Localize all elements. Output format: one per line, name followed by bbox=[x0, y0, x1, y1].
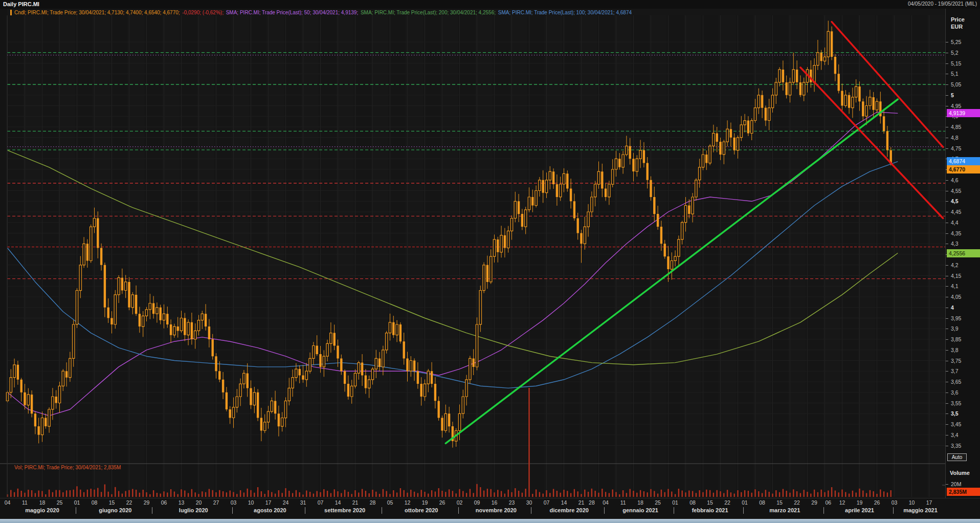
month-separator bbox=[152, 507, 152, 514]
month-separator bbox=[743, 507, 744, 514]
date-tick-01: 01 bbox=[672, 499, 678, 506]
week-band bbox=[545, 15, 562, 497]
price-label-3_75: 3,75 bbox=[951, 358, 961, 364]
price-tick bbox=[946, 53, 948, 53]
date-tick-25: 25 bbox=[57, 499, 63, 506]
price-label-3_85: 3,85 bbox=[951, 336, 961, 342]
date-tick-03: 03 bbox=[892, 499, 898, 506]
date-tick-27: 27 bbox=[213, 499, 219, 506]
price-tick bbox=[946, 361, 948, 361]
date-tick-10: 10 bbox=[909, 499, 915, 506]
month-separator bbox=[893, 507, 894, 514]
price-label-3_8: 3,8 bbox=[951, 347, 959, 353]
date-tick-22: 22 bbox=[126, 499, 132, 506]
week-band bbox=[197, 15, 214, 497]
price-tick bbox=[946, 308, 948, 308]
month-label-3: agosto 2020 bbox=[254, 507, 286, 513]
price-tick bbox=[946, 74, 948, 74]
date-tick-12: 12 bbox=[405, 499, 411, 506]
price-tick bbox=[946, 350, 948, 351]
month-separator bbox=[76, 507, 76, 514]
price-axis[interactable]: Price EUR 5,255,25,155,15,0554,954,94,85… bbox=[945, 9, 980, 500]
month-label-1: giugno 2020 bbox=[99, 507, 131, 513]
price-label-4_95: 4,95 bbox=[951, 103, 961, 109]
date-tick-24: 24 bbox=[283, 499, 289, 506]
week-band bbox=[580, 15, 597, 497]
price-tick bbox=[946, 42, 948, 42]
week-band bbox=[510, 15, 527, 497]
date-tick-28: 28 bbox=[370, 499, 376, 506]
price-tick bbox=[946, 393, 948, 393]
date-tick-18: 18 bbox=[637, 499, 643, 506]
price-tick bbox=[946, 106, 948, 106]
price-tick bbox=[946, 276, 948, 276]
month-label-5: ottobre 2020 bbox=[405, 507, 438, 513]
volume-axis-title: Volume bbox=[950, 470, 970, 476]
price-tick bbox=[946, 95, 948, 96]
date-tick-18: 18 bbox=[39, 499, 46, 506]
month-label-9: febbraio 2021 bbox=[692, 507, 728, 513]
price-label-4: 4 bbox=[951, 304, 954, 311]
price-tick bbox=[946, 329, 948, 329]
week-band bbox=[301, 15, 319, 497]
date-tick-04: 04 bbox=[603, 499, 609, 506]
price-label-4_55: 4,55 bbox=[951, 188, 961, 194]
date-tick-08: 08 bbox=[759, 499, 765, 506]
date-tick-21: 21 bbox=[352, 499, 359, 506]
price-label-3_4: 3,4 bbox=[951, 432, 959, 438]
price-label-5_1: 5,1 bbox=[951, 71, 959, 77]
date-tick-11: 11 bbox=[620, 499, 626, 506]
price-tick bbox=[946, 180, 948, 181]
month-label-0: maggio 2020 bbox=[25, 507, 59, 513]
price-tick bbox=[946, 435, 948, 435]
date-tick-14: 14 bbox=[561, 499, 567, 506]
date-tick-29: 29 bbox=[811, 499, 817, 506]
month-label-11: aprile 2021 bbox=[845, 507, 874, 513]
month-label-10: marzo 2021 bbox=[769, 507, 800, 513]
date-tick-17: 17 bbox=[926, 499, 932, 506]
price-tick bbox=[946, 148, 948, 149]
price-tick bbox=[946, 403, 948, 404]
date-tick-26: 26 bbox=[439, 499, 446, 506]
week-band bbox=[232, 15, 249, 497]
date-tick-22: 22 bbox=[794, 499, 800, 506]
price-badge-1: 4,6874 bbox=[947, 157, 980, 165]
price-tick bbox=[946, 84, 948, 85]
volume-axis-tick bbox=[946, 484, 948, 485]
price-label-4_4: 4,4 bbox=[951, 220, 959, 226]
price-tick bbox=[946, 265, 948, 266]
month-separator bbox=[531, 507, 531, 514]
volume-legend-text[interactable]: Vol; PIRC.MI; Trade Price; 30/04/2021; 2… bbox=[14, 465, 121, 470]
price-label-4_45: 4,45 bbox=[951, 209, 961, 215]
week-band bbox=[127, 15, 145, 497]
week-band bbox=[336, 15, 353, 497]
price-label-4_8: 4,8 bbox=[951, 135, 959, 141]
price-tick bbox=[946, 318, 948, 319]
date-tick-11: 11 bbox=[22, 499, 28, 506]
week-band bbox=[927, 15, 945, 497]
volume-axis-label: 20M bbox=[951, 481, 961, 487]
price-tick bbox=[946, 297, 948, 297]
price-label-4_75: 4,75 bbox=[951, 145, 961, 151]
date-tick-17: 17 bbox=[265, 499, 272, 506]
price-tick bbox=[946, 413, 948, 414]
time-axis[interactable]: 0411182501081522290613202703101724310714… bbox=[0, 498, 980, 519]
week-band bbox=[406, 15, 423, 497]
date-tick-01: 01 bbox=[74, 499, 80, 506]
price-label-4_6: 4,6 bbox=[951, 177, 959, 183]
date-tick-25: 25 bbox=[655, 499, 661, 506]
auto-scale-button[interactable]: Auto bbox=[947, 453, 967, 461]
month-label-8: gennaio 2021 bbox=[622, 507, 658, 513]
price-tick bbox=[946, 223, 948, 223]
chart-canvas[interactable] bbox=[0, 0, 980, 523]
date-tick-01: 01 bbox=[742, 499, 748, 506]
price-tick bbox=[946, 63, 948, 64]
price-label-3_45: 3,45 bbox=[951, 421, 961, 427]
date-tick-06: 06 bbox=[825, 499, 831, 506]
month-separator bbox=[232, 507, 233, 514]
week-band bbox=[371, 15, 388, 497]
price-label-4_05: 4,05 bbox=[951, 294, 961, 300]
price-tick bbox=[946, 233, 948, 234]
date-tick-23: 23 bbox=[509, 499, 515, 506]
taskbar-edge bbox=[0, 519, 980, 523]
